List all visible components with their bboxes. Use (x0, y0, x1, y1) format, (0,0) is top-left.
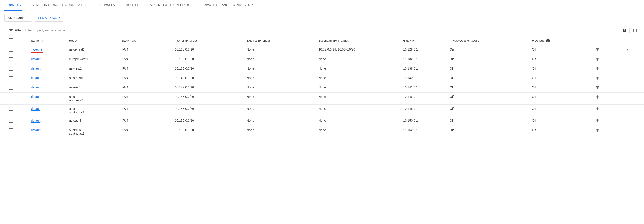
col-secondary[interactable]: Secondary IPv4 ranges (316, 36, 401, 45)
subnet-name-link[interactable]: default (32, 48, 42, 52)
cell-pga: Off (448, 117, 530, 126)
cell-name: default (29, 117, 67, 126)
delete-icon[interactable] (596, 95, 620, 99)
tab-psc[interactable]: PRIVATE SERVICE CONNECTION (201, 0, 255, 11)
delete-icon[interactable] (596, 128, 620, 132)
row-checkbox[interactable] (9, 119, 13, 123)
row-checkbox[interactable] (9, 107, 13, 111)
row-checkbox[interactable] (9, 57, 13, 61)
cell-stack: IPv4 (120, 55, 172, 64)
subnets-table: Name Region Stack Type Internal IP range… (0, 36, 644, 138)
cell-pga: On (448, 45, 530, 55)
help-icon[interactable]: ? (622, 29, 626, 32)
cell-actions (593, 45, 623, 55)
tab-routes[interactable]: ROUTES (125, 0, 140, 11)
cell-pga: Off (448, 83, 530, 93)
col-flow-label: Flow logs (532, 39, 544, 42)
cell-pga: Off (448, 55, 530, 64)
cell-internal: 10.128.0.0/20 (172, 45, 244, 55)
cell-internal: 10.148.0.0/20 (172, 104, 244, 117)
cell-secondary: None (316, 83, 401, 93)
col-internal-ip[interactable]: Internal IP ranges (172, 36, 244, 45)
cell-pga: Off (448, 126, 530, 138)
delete-icon[interactable] (596, 48, 620, 52)
cell-gateway: 10.142.0.1 (401, 83, 448, 93)
cell-flow: Off (530, 45, 593, 55)
col-flow-logs[interactable]: Flow logs ? (530, 36, 593, 45)
cell-gateway: 10.128.0.1 (401, 45, 448, 55)
subnet-name-link[interactable]: default (31, 76, 40, 80)
cell-gateway: 10.148.0.1 (401, 104, 448, 117)
col-name[interactable]: Name (29, 36, 67, 45)
row-checkbox[interactable] (9, 85, 13, 89)
row-checkbox[interactable] (9, 95, 13, 99)
col-stack-type[interactable]: Stack Type (120, 36, 172, 45)
subnet-name-link[interactable]: default (31, 67, 40, 70)
cell-external: None (244, 74, 316, 83)
cell-actions (593, 64, 623, 74)
table-row: default europe-west1 IPv4 10.132.0.0/20 … (0, 55, 644, 64)
cell-stack: IPv4 (120, 45, 172, 55)
row-checkbox[interactable] (9, 76, 13, 80)
tab-peering[interactable]: VPC NETWORK PEERING (149, 0, 192, 11)
cell-expand (623, 64, 644, 74)
cell-stack: IPv4 (120, 126, 172, 138)
delete-icon[interactable] (596, 76, 620, 80)
cell-stack: IPv4 (120, 74, 172, 83)
cell-expand (623, 117, 644, 126)
subnet-name-link[interactable]: default (31, 128, 40, 132)
cell-region: us-west1 (67, 64, 120, 74)
expand-row-icon[interactable] (625, 48, 642, 52)
subnet-name-link[interactable]: default (31, 107, 40, 111)
cell-actions (593, 117, 623, 126)
table-row: default us-west1 IPv4 10.138.0.0/20 None… (0, 64, 644, 74)
delete-icon[interactable] (596, 57, 620, 61)
tab-subnets[interactable]: SUBNETS (4, 0, 22, 11)
table-header-row: Name Region Stack Type Internal IP range… (0, 36, 644, 45)
col-external-ip[interactable]: External IP ranges (244, 36, 316, 45)
cell-actions (593, 104, 623, 117)
table-row: default asia-southeast1 IPv4 10.148.0.0/… (0, 104, 644, 117)
divider (630, 28, 630, 33)
subnet-name-link[interactable]: default (31, 85, 40, 89)
delete-icon[interactable] (596, 85, 620, 89)
help-icon[interactable]: ? (546, 39, 550, 42)
flow-logs-label: FLOW LOGS (38, 16, 57, 20)
dropdown-arrow-icon (59, 17, 60, 18)
cell-region: australia-southeast1 (67, 126, 120, 138)
cell-name: default (29, 104, 67, 117)
col-name-label: Name (31, 39, 39, 42)
cell-name: default (29, 55, 67, 64)
column-settings-icon[interactable] (633, 28, 637, 32)
cell-region: europe-west1 (67, 55, 120, 64)
cell-region: asia-southeast1 (67, 104, 120, 117)
cell-stack: IPv4 (120, 117, 172, 126)
row-checkbox[interactable] (9, 48, 13, 52)
filter-icon[interactable] (9, 28, 13, 32)
cell-stack: IPv4 (120, 64, 172, 74)
filter-input[interactable] (24, 27, 620, 33)
table-row: default us-east4 IPv4 10.150.0.0/20 None… (0, 117, 644, 126)
select-all-checkbox[interactable] (9, 38, 13, 42)
cell-secondary: None (316, 55, 401, 64)
tab-firewalls[interactable]: FIREWALLS (96, 0, 116, 11)
delete-icon[interactable] (596, 119, 620, 123)
add-subnet-button[interactable]: ADD SUBNET (4, 14, 32, 22)
cell-expand (623, 74, 644, 83)
col-gateway[interactable]: Gateway (401, 36, 448, 45)
flow-logs-dropdown[interactable]: FLOW LOGS (35, 14, 64, 22)
cell-pga: Off (448, 104, 530, 117)
tab-static-ips[interactable]: STATIC INTERNAL IP ADDRESSES (31, 0, 87, 11)
delete-icon[interactable] (596, 107, 620, 111)
row-checkbox[interactable] (9, 128, 13, 132)
delete-icon[interactable] (596, 67, 620, 71)
col-region[interactable]: Region (67, 36, 120, 45)
col-pga[interactable]: Private Google Access (448, 36, 530, 45)
cell-internal: 10.138.0.0/20 (172, 64, 244, 74)
cell-external: None (244, 104, 316, 117)
cell-actions (593, 93, 623, 104)
subnet-name-link[interactable]: default (31, 119, 40, 123)
subnet-name-link[interactable]: default (31, 57, 40, 61)
row-checkbox[interactable] (9, 67, 13, 71)
subnet-name-link[interactable]: default (31, 95, 40, 99)
